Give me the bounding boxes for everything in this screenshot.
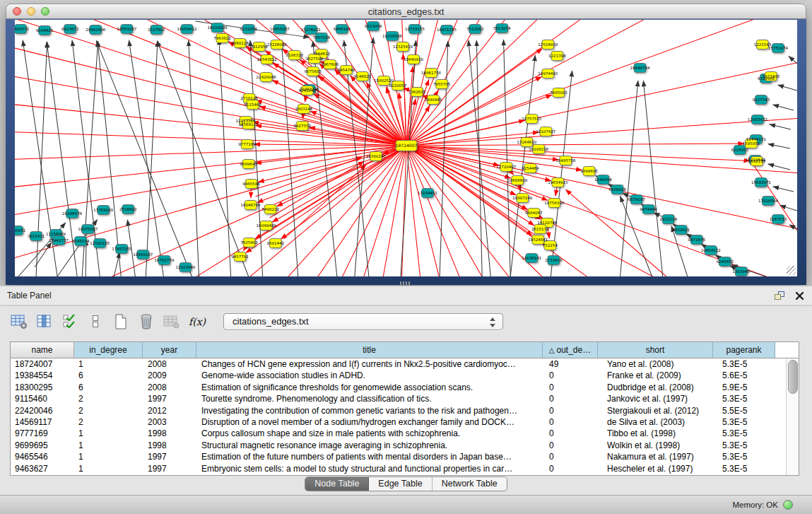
cell-out_de: 0 (546, 440, 601, 451)
network-window-titlebar[interactable]: citations_edges.txt (6, 4, 806, 19)
graph-edge[interactable] (469, 40, 490, 276)
graph-edge[interactable] (96, 40, 192, 276)
graph-edge[interactable] (406, 146, 750, 161)
graph-edge[interactable] (36, 42, 47, 276)
row-options-button[interactable] (86, 313, 105, 330)
graph-edge[interactable] (768, 144, 790, 148)
column-header-year[interactable]: year (143, 342, 196, 358)
tab-node-table[interactable]: Node Table (305, 477, 369, 491)
graph-node-label: 15751074 (768, 46, 789, 50)
zoom-window-button[interactable] (41, 7, 49, 16)
tab-edge-table[interactable]: Edge Table (369, 477, 432, 491)
minimize-window-button[interactable] (27, 7, 35, 16)
graph-edge[interactable] (620, 81, 638, 276)
graph-node-label: 16033809 (208, 25, 228, 30)
graph-edge (406, 146, 797, 276)
table-row[interactable]: 1830029562008Estimation of significance … (11, 382, 787, 393)
cell-pagerank: 5.5E-5 (717, 405, 780, 416)
graph-edge[interactable] (773, 105, 794, 110)
table-chooser-dropdown[interactable]: citations_edges.txt (223, 313, 503, 330)
table-row[interactable]: 977716911998Corpus callosum shape and si… (11, 428, 787, 439)
graph-node-label: 9474444 (640, 207, 657, 211)
graph-node-label: 17016504 (758, 199, 779, 203)
cell-name: 22420046 (11, 405, 75, 416)
table-panel-body: f(x) citations_edges.txt namein_degreeye… (0, 306, 812, 495)
graph-edge (406, 146, 797, 276)
table-row[interactable]: 969969511998Structural magnetic resonanc… (11, 440, 787, 451)
network-canvas[interactable]: 2405572910442189136722089140610553287152… (15, 20, 797, 276)
graph-edge[interactable] (114, 252, 119, 276)
table-row[interactable]: 946362711997Embryonic stem cells: a mode… (11, 463, 787, 474)
graph-edge[interactable] (789, 56, 797, 64)
graph-edge[interactable] (252, 122, 406, 146)
graph-node-label: 1682193 (748, 159, 766, 163)
table-row[interactable]: 1872400712008Changes of HCN gene express… (11, 358, 787, 370)
graph-node-label: 1615132 (531, 227, 549, 231)
graph-edge[interactable] (565, 189, 666, 276)
graph-node-label: 5498222 (261, 207, 279, 211)
graph-edge[interactable] (643, 81, 662, 276)
graph-node-label: 9245652 (717, 259, 734, 264)
graph-node-label: 9899695 (580, 169, 598, 173)
graph-edge[interactable] (406, 144, 744, 146)
cell-name: 14569117 (11, 416, 75, 428)
table-row[interactable]: 1938455462009Genome-wide association stu… (11, 370, 787, 381)
column-visibility-button[interactable] (35, 313, 54, 330)
graph-edge[interactable] (189, 40, 199, 276)
select-columns-button[interactable] (61, 313, 79, 330)
graph-node-label: 2718126 (240, 96, 258, 100)
function-builder-button[interactable]: f(x) (188, 313, 206, 330)
column-header-short[interactable]: short (598, 342, 713, 358)
cell-title: Tourette syndrome. Phenomenology and cla… (199, 393, 546, 404)
graph-edge[interactable] (157, 40, 248, 276)
tab-network-table[interactable]: Network Table (433, 477, 507, 491)
graph-node-label: 11156869 (46, 232, 66, 236)
table-row[interactable]: 911546021997Tourette syndrome. Phenomeno… (11, 393, 787, 404)
graph-node-label: 15882520 (374, 78, 394, 83)
table-mode-button[interactable] (10, 313, 28, 330)
graph-edge[interactable] (129, 40, 163, 276)
graph-node-label: 16059412 (177, 27, 196, 31)
close-panel-icon[interactable] (794, 290, 805, 301)
cell-out_de: 0 (546, 382, 601, 393)
graph-node-label: 7955785 (433, 82, 451, 86)
delete-columns-button[interactable] (137, 313, 155, 330)
canvas-resize-grip[interactable] (787, 266, 796, 275)
graph-node-label: 9875685 (305, 69, 322, 74)
graph-node-label: 19654923 (548, 180, 568, 185)
table-row[interactable]: 2242004622012Investigating the contribut… (11, 405, 787, 416)
float-panel-icon[interactable] (774, 290, 785, 301)
column-header-in_degree[interactable]: in_degree (74, 342, 143, 358)
create-column-button[interactable] (112, 313, 130, 330)
table-vertical-scrollbar[interactable] (786, 358, 799, 475)
graph-edge[interactable] (146, 41, 158, 276)
table-chooser-value: citations_edges.txt (233, 316, 309, 327)
graph-edge (406, 146, 797, 276)
column-header-pagerank[interactable]: pagerank (713, 342, 775, 358)
scrollbar-thumb[interactable] (788, 360, 798, 394)
column-header-out_de[interactable]: △out_de… (543, 342, 598, 358)
cell-short: Stergiakouli et al. (2012) (601, 405, 717, 416)
graph-edge[interactable] (259, 107, 406, 146)
graph-edge[interactable] (773, 187, 794, 192)
delete-table-button[interactable] (163, 313, 181, 330)
split-handle[interactable] (400, 281, 411, 285)
table-row[interactable]: 946554611997Estimation of the future num… (11, 451, 787, 462)
graph-edge[interactable] (770, 124, 791, 129)
graph-edge[interactable] (277, 146, 406, 206)
graph-node-label: 8215953 (731, 148, 749, 152)
graph-node-label: 7632621 (672, 228, 690, 232)
graph-edge[interactable] (219, 39, 231, 276)
close-window-button[interactable] (13, 7, 21, 16)
citation-graph[interactable]: 2405572910442189136722089140610553287152… (15, 20, 797, 276)
cell-out_de: 0 (546, 416, 601, 428)
graph-node-label: 16671355 (437, 28, 457, 32)
memory-indicator-icon[interactable] (783, 500, 793, 510)
graph-edge[interactable] (503, 40, 510, 276)
graph-node-label: 12720407 (496, 165, 517, 169)
column-header-name[interactable]: name (11, 342, 74, 358)
table-row[interactable]: 1456911722003Disruption of a novel membe… (11, 416, 787, 428)
column-header-title[interactable]: title (196, 342, 543, 358)
graph-edge[interactable] (768, 164, 790, 170)
graph-edge[interactable] (778, 85, 797, 90)
